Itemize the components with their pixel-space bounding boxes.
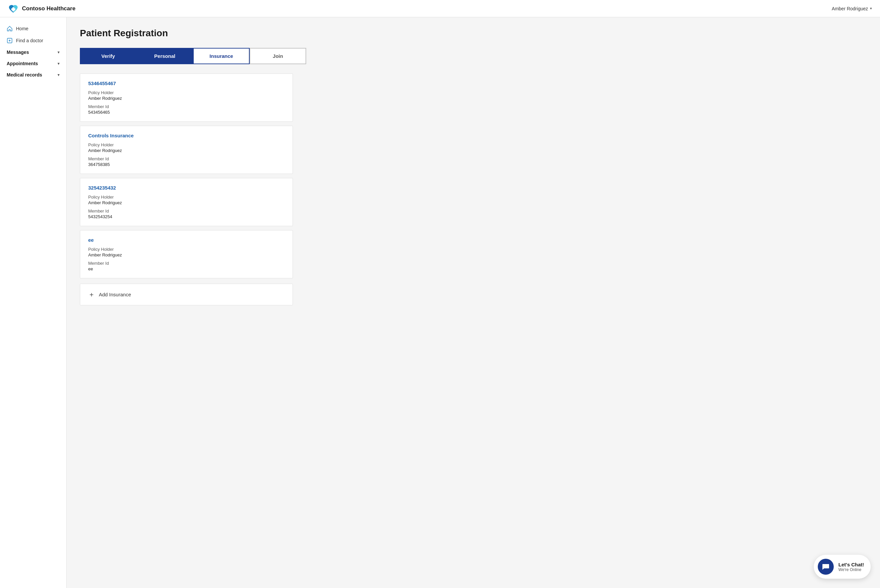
- insurance-card-2-title: Controls Insurance: [88, 133, 284, 138]
- plus-icon: ＋: [88, 290, 95, 299]
- sidebar-messages-label: Messages: [7, 50, 29, 55]
- chat-text-block: Let's Chat! We're Online: [838, 562, 864, 572]
- messages-chevron-icon: ▾: [57, 50, 60, 54]
- user-menu[interactable]: Amber Rodriguez ▾: [832, 6, 872, 11]
- sidebar: Home Find a doctor Messages ▾ Appointmen…: [0, 17, 66, 588]
- sidebar-item-home[interactable]: Home: [0, 22, 66, 34]
- chat-icon-circle: [818, 559, 834, 575]
- add-insurance-label: Add Insurance: [99, 292, 131, 297]
- medical-records-chevron-icon: ▾: [57, 73, 60, 77]
- insurance-card-2-memberid-value: 364758385: [88, 162, 284, 167]
- user-menu-chevron-icon: ▾: [870, 6, 872, 10]
- insurance-card-3-memberid-value: 5432543254: [88, 214, 284, 219]
- find-doctor-icon: [7, 38, 13, 44]
- chat-subtitle: We're Online: [838, 567, 864, 572]
- insurance-card-4-title: ee: [88, 237, 284, 243]
- sidebar-find-doctor-label: Find a doctor: [16, 38, 43, 43]
- insurance-card-3-title: 3254235432: [88, 185, 284, 190]
- tab-insurance[interactable]: Insurance: [193, 48, 250, 64]
- chat-bubble[interactable]: Let's Chat! We're Online: [814, 555, 871, 579]
- insurance-card-4-memberid-label: Member Id: [88, 261, 284, 266]
- chat-title: Let's Chat!: [838, 562, 864, 567]
- insurance-card-1-holder-label: Policy Holder: [88, 90, 284, 95]
- insurance-card-4-memberid-value: ee: [88, 266, 284, 272]
- insurance-card-2-holder-value: Amber Rodriguez: [88, 148, 284, 153]
- insurance-card-2-holder-label: Policy Holder: [88, 142, 284, 147]
- insurance-card-4-holder-value: Amber Rodriguez: [88, 252, 284, 257]
- step-tabs: Verify Personal Insurance Join: [80, 48, 306, 64]
- insurance-card-2: Controls Insurance Policy Holder Amber R…: [80, 126, 293, 174]
- insurance-list: 5346455467 Policy Holder Amber Rodriguez…: [80, 74, 293, 305]
- user-name: Amber Rodriguez: [832, 6, 868, 11]
- page-title: Patient Registration: [80, 28, 867, 39]
- tab-personal[interactable]: Personal: [137, 48, 193, 64]
- brand-name: Contoso Healthcare: [22, 5, 75, 12]
- insurance-card-1-memberid-value: 543456465: [88, 110, 284, 115]
- topnav: Contoso Healthcare Amber Rodriguez ▾: [0, 0, 880, 17]
- insurance-card-3-holder-label: Policy Holder: [88, 195, 284, 200]
- sidebar-medical-records-label: Medical records: [7, 72, 42, 78]
- brand-logo-icon: [8, 3, 19, 14]
- sidebar-item-medical-records[interactable]: Medical records ▾: [0, 69, 66, 81]
- home-icon: [7, 26, 13, 32]
- layout: Home Find a doctor Messages ▾ Appointmen…: [0, 17, 880, 588]
- insurance-card-4: ee Policy Holder Amber Rodriguez Member …: [80, 230, 293, 278]
- tab-verify[interactable]: Verify: [80, 48, 137, 64]
- svg-rect-1: [11, 8, 15, 10]
- chat-icon: [821, 562, 830, 571]
- insurance-card-4-holder-label: Policy Holder: [88, 247, 284, 252]
- insurance-card-1-holder-value: Amber Rodriguez: [88, 96, 284, 101]
- main-content: Patient Registration Verify Personal Ins…: [66, 17, 880, 588]
- insurance-card-1-memberid-label: Member Id: [88, 104, 284, 109]
- sidebar-item-appointments[interactable]: Appointments ▾: [0, 58, 66, 69]
- insurance-card-2-memberid-label: Member Id: [88, 156, 284, 161]
- sidebar-appointments-label: Appointments: [7, 61, 38, 66]
- add-insurance-button[interactable]: ＋ Add Insurance: [80, 284, 293, 305]
- insurance-card-3-holder-value: Amber Rodriguez: [88, 200, 284, 205]
- brand: Contoso Healthcare: [8, 3, 75, 14]
- sidebar-item-messages[interactable]: Messages ▾: [0, 46, 66, 58]
- insurance-card-1: 5346455467 Policy Holder Amber Rodriguez…: [80, 74, 293, 122]
- insurance-card-1-title: 5346455467: [88, 81, 284, 86]
- tab-join[interactable]: Join: [250, 48, 306, 64]
- insurance-card-3-memberid-label: Member Id: [88, 208, 284, 213]
- appointments-chevron-icon: ▾: [57, 62, 60, 66]
- sidebar-item-find-doctor[interactable]: Find a doctor: [0, 34, 66, 46]
- sidebar-home-label: Home: [16, 26, 28, 31]
- insurance-card-3: 3254235432 Policy Holder Amber Rodriguez…: [80, 178, 293, 226]
